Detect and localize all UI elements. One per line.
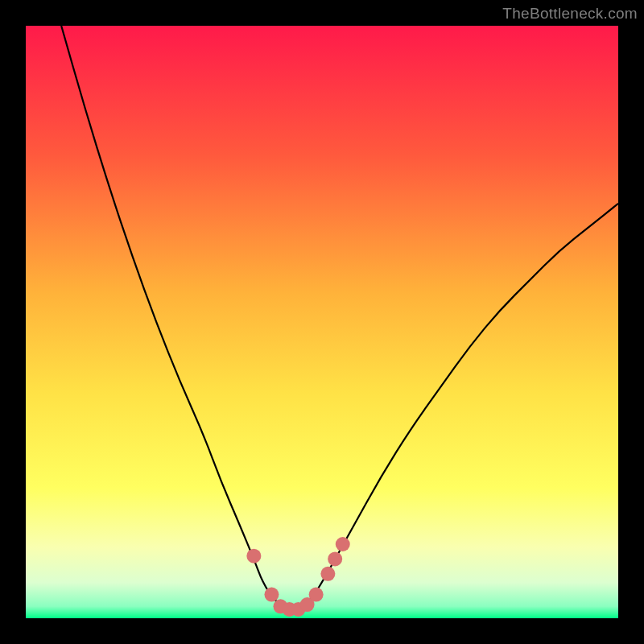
curve-dot xyxy=(264,588,279,602)
watermark-text: TheBottleneck.com xyxy=(502,5,638,23)
bottleneck-chart xyxy=(26,26,618,618)
chart-frame xyxy=(26,26,618,618)
plot-area xyxy=(26,26,618,618)
curve-dot xyxy=(320,567,335,581)
curve-dot xyxy=(328,551,342,566)
curve-dot xyxy=(246,549,261,564)
curve-dot xyxy=(309,588,324,602)
gradient-background xyxy=(26,26,618,618)
curve-dot xyxy=(336,537,350,551)
